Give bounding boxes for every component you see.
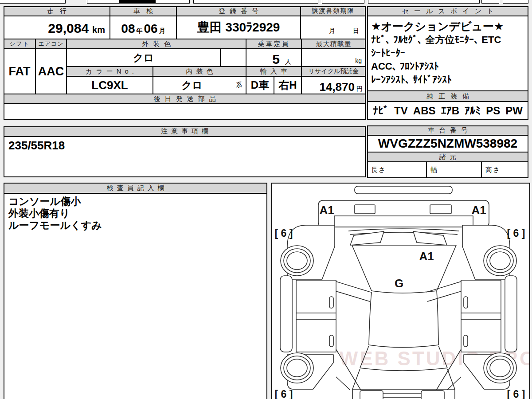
transfer-day-mark: 日	[353, 27, 359, 35]
tire-mark: [ 6 ]	[507, 227, 525, 239]
transfer-month-mark: 月	[329, 27, 335, 35]
mileage-unit: km	[92, 25, 105, 35]
cutoff-text-blob	[119, 0, 156, 3]
inspector-line: 外装小傷有り	[8, 207, 262, 219]
exterior-color-blank-cell	[220, 49, 246, 66]
cutoff-row-cell	[322, 0, 364, 4]
spec-length-label: 長さ	[371, 166, 386, 174]
transfer-deadline-value: 月 日	[301, 16, 366, 39]
spec-height-cell: 高さ	[481, 162, 528, 178]
tire-mark: [ 6 ]	[275, 388, 293, 399]
cutoff-row-cell	[368, 0, 480, 4]
exterior-color-value: クロ	[66, 49, 220, 66]
capacity-header: 乗車定員	[246, 39, 301, 49]
aircon-value: AAC	[35, 49, 66, 94]
tire-mark: [ 6 ]	[275, 227, 293, 239]
max-load-unit: kg	[355, 57, 362, 64]
inspector-header: 検査員記入欄	[4, 183, 267, 193]
shaken-year: 08	[121, 22, 135, 36]
recycle-deposit-value: 14,870 円	[301, 76, 366, 94]
tire-mark: [ 6 ]	[507, 388, 525, 399]
spec-width-cell: 幅	[426, 162, 481, 178]
sales-point-line: ★オークションデビュー★	[371, 19, 524, 33]
spec-length-cell: 長さ	[367, 162, 426, 178]
sales-point-body: ★オークションデビュー★ ﾅﾋﾞ､ ﾌﾙｾｸﾞ､ 全方位ﾓﾆﾀｰ､ ETC ｼｰ…	[367, 16, 528, 91]
equipment-item: ｴｱB	[441, 105, 459, 117]
aircon-header: エアコン	[35, 39, 66, 49]
import-car-header: 輸入車	[246, 66, 301, 76]
inspector-body: コンソール傷小 外装小傷有り ルーフモールくすみ	[4, 193, 267, 399]
sales-point-line: ｼｰﾄﾋｰﾀｰ	[371, 47, 524, 60]
shaken-month-suffix: 月	[159, 27, 165, 35]
capacity-unit: 人	[285, 58, 291, 66]
car-diagram: WEB STUDIO.PRO	[271, 183, 530, 399]
later-parts-value	[4, 104, 366, 120]
import-car-value-left: D車	[246, 76, 274, 94]
cutoff-row-cell	[0, 0, 66, 4]
sales-point-line: ACC､ ﾌﾛﾝﾄｱｼｽﾄ	[371, 60, 524, 73]
notes-header: 注意事項欄	[4, 126, 366, 137]
inspector-line: コンソール傷小	[8, 196, 262, 207]
specs-header: 諸元	[367, 152, 528, 162]
recycle-deposit-unit: 円	[356, 85, 363, 93]
registration-header: 登録番号	[176, 6, 301, 16]
max-load-value: kg	[301, 49, 366, 66]
cutoff-row-cell	[193, 0, 318, 4]
sales-point-line: ﾅﾋﾞ､ ﾌﾙｾｸﾞ､ 全方位ﾓﾆﾀｰ､ ETC	[371, 33, 524, 47]
chassis-value: WVGZZZ5NZMW538982	[367, 135, 528, 152]
equipment-item: PS	[486, 105, 500, 117]
exterior-color-header: 外装色	[66, 39, 246, 49]
interior-color-value: クロ 系	[153, 76, 246, 94]
cutoff-row-cell	[87, 0, 190, 4]
shaken-header: 車検	[110, 6, 176, 16]
mileage-value: 29,084 km	[4, 16, 110, 39]
later-parts-header: 後日発送部品	[4, 94, 366, 104]
shift-header: シフト	[4, 39, 35, 49]
genuine-equipment-header: 純正装備	[367, 91, 528, 102]
damage-mark-a1: A1	[419, 250, 434, 263]
notes-body: 235/55R18	[4, 137, 366, 177]
recycle-deposit-number: 14,870	[319, 80, 355, 94]
cutoff-row-cell	[503, 0, 528, 4]
shaken-year-suffix: 年	[137, 27, 143, 35]
capacity-value: 5 人	[246, 49, 301, 66]
sales-point-header: セールスポイント	[367, 6, 528, 16]
capacity-number: 5	[272, 52, 280, 67]
notes-line: 235/55R18	[8, 139, 361, 153]
recycle-deposit-header: リサイクル預託金	[301, 66, 366, 76]
shaken-value: 08 年 06 月	[110, 16, 176, 39]
sales-point-line: ﾚｰﾝｱｼｽﾄ､ ｻｲﾄﾞｱｼｽﾄ	[371, 73, 524, 86]
damage-mark-g: G	[395, 277, 403, 290]
auction-sheet: 走行 車検 登録番号 譲渡書類期限 29,084 km 08 年 06 月 豊田…	[0, 0, 532, 399]
shaken-month: 06	[144, 22, 158, 36]
color-no-header: カラーNo.	[66, 66, 153, 76]
genuine-equipment-row: ﾅﾋﾞ TV ABS ｴｱB ｱﾙﾐ PS PW	[367, 102, 528, 120]
spec-width-label: 幅	[430, 166, 438, 174]
damage-mark-a1: A1	[471, 203, 486, 217]
max-load-header: 最大積載量	[301, 39, 366, 49]
inspector-line: ルーフモールくすみ	[8, 219, 262, 231]
equipment-item: ｱﾙﾐ	[465, 105, 481, 117]
mileage-header: 走行	[4, 6, 110, 16]
interior-color-text: クロ	[181, 78, 202, 92]
equipment-item: ABS	[413, 105, 436, 117]
shift-value: FAT	[4, 49, 35, 94]
equipment-item: ﾅﾋﾞ	[373, 105, 389, 117]
color-no-value: LC9XL	[66, 76, 153, 94]
interior-color-header: 内装色	[153, 66, 246, 76]
chassis-header: 車台番号	[367, 125, 528, 135]
cutoff-row-cell	[481, 0, 499, 4]
equipment-item: TV	[394, 105, 408, 117]
import-car-value-right: 右H	[274, 76, 301, 94]
spec-height-label: 高さ	[485, 166, 501, 174]
mileage-number: 29,084	[48, 21, 89, 36]
equipment-item: PW	[505, 105, 523, 117]
interior-color-suffix: 系	[236, 81, 242, 89]
damage-mark-a1: A1	[319, 203, 334, 217]
transfer-deadline-header: 譲渡書類期限	[301, 6, 366, 16]
registration-value: 豊田 330ﾗ2929	[176, 16, 301, 39]
